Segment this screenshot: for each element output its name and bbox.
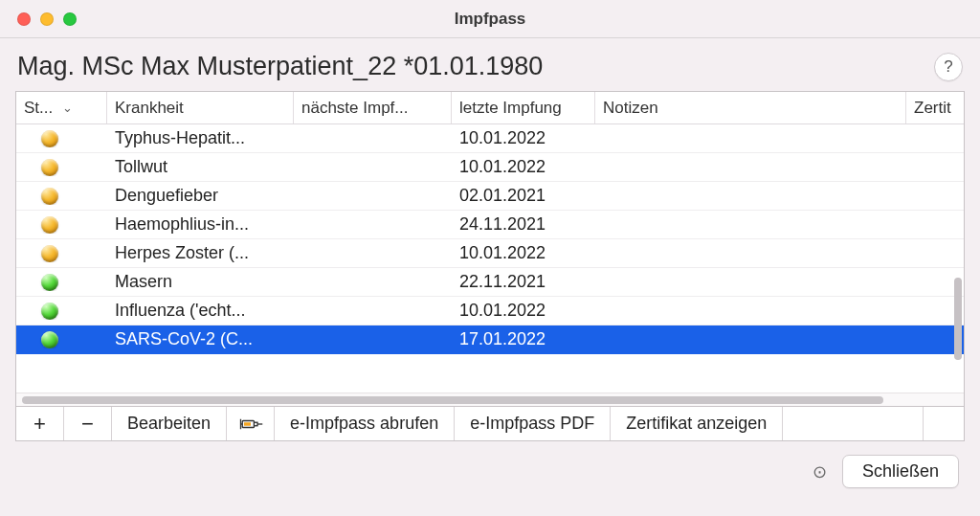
remove-button[interactable]: − bbox=[64, 407, 112, 440]
horizontal-scrollbar[interactable] bbox=[16, 393, 964, 406]
table-row[interactable]: Tollwut10.01.2022 bbox=[16, 153, 964, 182]
cell-disease: Influenza ('echt... bbox=[107, 301, 294, 321]
status-indicator-icon bbox=[41, 216, 58, 234]
help-button[interactable]: ? bbox=[934, 53, 963, 81]
table-row[interactable]: Herpes Zoster (...10.01.2022 bbox=[16, 239, 964, 268]
status-indicator-icon bbox=[41, 245, 58, 262]
syringe-icon bbox=[237, 415, 264, 433]
cell-status bbox=[16, 159, 107, 176]
cell-last-vaccination: 22.11.2021 bbox=[452, 272, 595, 292]
cell-disease: Typhus-Hepatit... bbox=[107, 128, 294, 148]
status-indicator-icon bbox=[41, 303, 58, 320]
table-row[interactable]: Denguefieber02.01.2021 bbox=[16, 182, 964, 211]
traffic-lights bbox=[17, 12, 77, 26]
column-cert-label: Zertit bbox=[914, 99, 951, 118]
cell-status bbox=[16, 130, 107, 147]
patient-title: Mag. MSc Max Musterpatient_22 *01.01.198… bbox=[17, 52, 543, 81]
plus-icon: + bbox=[33, 412, 46, 437]
status-indicator-icon bbox=[41, 130, 58, 147]
titlebar: Impfpass bbox=[0, 0, 980, 38]
column-disease-label: Krankheit bbox=[115, 99, 184, 118]
table-row[interactable]: Influenza ('echt...10.01.2022 bbox=[16, 297, 964, 325]
column-next-label: nächste Impf... bbox=[301, 99, 409, 118]
table-toolbar: + − Bearbeiten e-Impfpass abrufen e-Impf… bbox=[15, 407, 965, 441]
status-indicator-icon bbox=[41, 159, 58, 176]
syringe-button[interactable] bbox=[227, 407, 275, 440]
cell-status bbox=[16, 274, 107, 291]
column-last-vaccination[interactable]: letzte Impfung bbox=[452, 92, 595, 123]
cell-status bbox=[16, 245, 107, 262]
footer: ⊙ Schließen bbox=[0, 441, 980, 516]
show-certificate-label: Zertifikat anzeigen bbox=[626, 414, 767, 434]
cell-last-vaccination: 17.01.2022 bbox=[452, 329, 595, 349]
cell-status bbox=[16, 216, 107, 234]
cell-status bbox=[16, 331, 107, 348]
svg-rect-2 bbox=[254, 422, 257, 426]
cell-status bbox=[16, 303, 107, 320]
column-notes-label: Notizen bbox=[603, 99, 658, 118]
cell-last-vaccination: 10.01.2022 bbox=[452, 128, 595, 148]
window-title: Impfpass bbox=[0, 10, 980, 29]
column-certificate[interactable]: Zertit bbox=[906, 92, 964, 123]
fetch-eimpfpass-button[interactable]: e-Impfpass abrufen bbox=[275, 407, 455, 440]
minus-icon: − bbox=[81, 412, 94, 437]
status-indicator-icon bbox=[41, 274, 58, 291]
table-row[interactable]: Masern22.11.2021 bbox=[16, 268, 964, 297]
column-notes[interactable]: Notizen bbox=[595, 92, 906, 123]
cell-last-vaccination: 10.01.2022 bbox=[452, 157, 595, 177]
edit-button[interactable]: Bearbeiten bbox=[112, 407, 227, 440]
table-header: St... ⌄ Krankheit nächste Impf... letzte… bbox=[16, 92, 964, 124]
cell-disease: Denguefieber bbox=[107, 186, 294, 206]
show-certificate-button[interactable]: Zertifikat anzeigen bbox=[611, 407, 783, 440]
status-indicator-icon bbox=[41, 331, 58, 348]
cell-status bbox=[16, 188, 107, 205]
svg-rect-1 bbox=[244, 422, 251, 426]
cell-last-vaccination: 10.01.2022 bbox=[452, 243, 595, 263]
column-disease[interactable]: Krankheit bbox=[107, 92, 294, 123]
table-body: Typhus-Hepatit...10.01.2022Tollwut10.01.… bbox=[16, 124, 964, 393]
status-indicator-icon bbox=[41, 188, 58, 205]
table-row[interactable]: Haemophlius-in...24.11.2021 bbox=[16, 211, 964, 239]
column-status-label: St... bbox=[24, 99, 53, 118]
cell-last-vaccination: 02.01.2021 bbox=[452, 186, 595, 206]
column-status[interactable]: St... ⌄ bbox=[16, 92, 107, 123]
cell-disease: Masern bbox=[107, 272, 294, 292]
cell-disease: Haemophlius-in... bbox=[107, 214, 294, 235]
help-icon: ? bbox=[944, 57, 952, 77]
horizontal-scroll-thumb[interactable] bbox=[22, 396, 883, 404]
cell-last-vaccination: 10.01.2022 bbox=[452, 301, 595, 321]
close-button-label: Schließen bbox=[862, 461, 939, 481]
cell-disease: Herpes Zoster (... bbox=[107, 243, 294, 263]
toolbar-trailing bbox=[924, 407, 964, 440]
more-options-icon[interactable]: ⊙ bbox=[810, 461, 831, 482]
zoom-window-button[interactable] bbox=[63, 12, 77, 26]
column-next-vaccination[interactable]: nächste Impf... bbox=[294, 92, 452, 123]
edit-button-label: Bearbeiten bbox=[127, 414, 211, 434]
header: Mag. MSc Max Musterpatient_22 *01.01.198… bbox=[0, 38, 980, 91]
cell-disease: Tollwut bbox=[107, 157, 294, 177]
window-root: Impfpass Mag. MSc Max Musterpatient_22 *… bbox=[0, 0, 980, 516]
sort-chevron-down-icon: ⌄ bbox=[62, 101, 73, 115]
eimpfpass-pdf-label: e-Impfpass PDF bbox=[470, 414, 594, 434]
toolbar-spacer bbox=[783, 407, 924, 440]
cell-last-vaccination: 24.11.2021 bbox=[452, 214, 595, 235]
table-row[interactable]: Typhus-Hepatit...10.01.2022 bbox=[16, 124, 964, 153]
vertical-scroll-thumb[interactable] bbox=[954, 278, 962, 360]
minimize-window-button[interactable] bbox=[40, 12, 54, 26]
cell-disease: SARS-CoV-2 (C... bbox=[107, 329, 294, 349]
table-row[interactable]: SARS-CoV-2 (C...17.01.2022 bbox=[16, 325, 964, 354]
eimpfpass-pdf-button[interactable]: e-Impfpass PDF bbox=[455, 407, 611, 440]
column-last-label: letzte Impfung bbox=[459, 99, 562, 118]
fetch-eimpfpass-label: e-Impfpass abrufen bbox=[290, 414, 438, 434]
vertical-scrollbar[interactable] bbox=[954, 128, 962, 391]
close-window-button[interactable] bbox=[17, 12, 31, 26]
vaccination-table: St... ⌄ Krankheit nächste Impf... letzte… bbox=[15, 91, 965, 407]
close-button[interactable]: Schließen bbox=[842, 455, 959, 488]
add-button[interactable]: + bbox=[16, 407, 64, 440]
